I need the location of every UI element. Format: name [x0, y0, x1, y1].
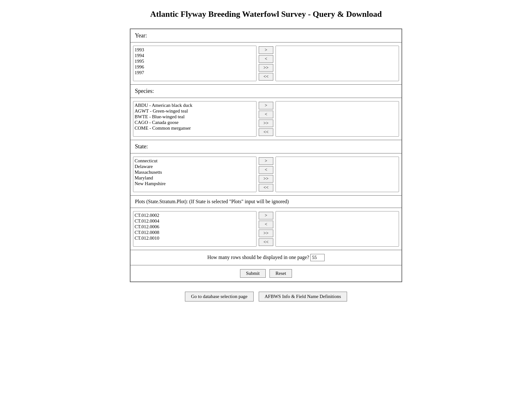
state-right-list[interactable] [276, 157, 399, 192]
year-remove-button[interactable]: < [259, 55, 273, 63]
afbws-info-button[interactable]: AFBWS Info & Field Name Definitions [259, 292, 347, 301]
rows-per-page-row: How many rows should be displayed in one… [130, 250, 402, 265]
state-selector: Connecticut Delaware Massachusetts Maryl… [130, 153, 402, 195]
year-section-header: Year: [130, 29, 402, 42]
species-remove-all-button[interactable]: << [259, 128, 273, 136]
year-transfer-buttons: > < >> << [256, 44, 276, 83]
species-add-button[interactable]: > [259, 102, 273, 109]
db-selection-button[interactable]: Go to database selection page [185, 292, 253, 301]
plots-section-header: Plots (State.Stratum.Plot): (If State is… [130, 196, 402, 208]
year-remove-all-button[interactable]: << [259, 73, 273, 81]
species-transfer-buttons: > < >> << [256, 99, 276, 139]
state-add-all-button[interactable]: >> [259, 175, 273, 183]
plots-left-list[interactable]: CT.012.0002 CT.012.0004 CT.012.0006 CT.0… [133, 211, 256, 247]
rows-per-page-input[interactable] [310, 254, 325, 261]
state-add-button[interactable]: > [259, 157, 273, 165]
species-add-all-button[interactable]: >> [259, 120, 273, 127]
plots-add-all-button[interactable]: >> [259, 230, 273, 237]
year-add-all-button[interactable]: >> [259, 64, 273, 72]
species-right-list[interactable] [276, 101, 399, 137]
plots-selector: CT.012.0002 CT.012.0004 CT.012.0006 CT.0… [130, 208, 402, 250]
submit-button[interactable]: Submit [240, 269, 266, 278]
form-actions-row: Submit Reset [130, 265, 402, 282]
plots-add-button[interactable]: > [259, 212, 273, 219]
rows-per-page-label: How many rows should be displayed in one… [207, 255, 309, 260]
plots-remove-button[interactable]: < [259, 221, 273, 228]
reset-button[interactable]: Reset [269, 269, 292, 278]
state-remove-all-button[interactable]: << [259, 184, 273, 191]
state-transfer-buttons: > < >> << [256, 155, 276, 194]
query-form-table: Year: 1993 1994 1995 1996 1997 > < >> << [130, 29, 402, 282]
state-remove-button[interactable]: < [259, 166, 273, 174]
year-left-list[interactable]: 1993 1994 1995 1996 1997 [133, 46, 256, 81]
plots-transfer-buttons: > < >> << [256, 209, 276, 249]
species-left-list[interactable]: ABDU - American black duck AGWT - Green-… [133, 101, 256, 137]
plots-remove-all-button[interactable]: << [259, 238, 273, 246]
year-right-list[interactable] [276, 46, 399, 81]
page-title: Atlantic Flyway Breeding Waterfowl Surve… [150, 10, 382, 19]
species-remove-button[interactable]: < [259, 111, 273, 118]
state-left-list[interactable]: Connecticut Delaware Massachusetts Maryl… [133, 157, 256, 192]
year-selector: 1993 1994 1995 1996 1997 > < >> << [130, 42, 402, 84]
species-section-header: Species: [130, 85, 402, 98]
plots-right-list[interactable] [276, 211, 399, 247]
state-section-header: State: [130, 140, 402, 153]
year-add-button[interactable]: > [259, 46, 273, 54]
species-selector: ABDU - American black duck AGWT - Green-… [130, 98, 402, 140]
bottom-links: Go to database selection page AFBWS Info… [185, 292, 347, 301]
